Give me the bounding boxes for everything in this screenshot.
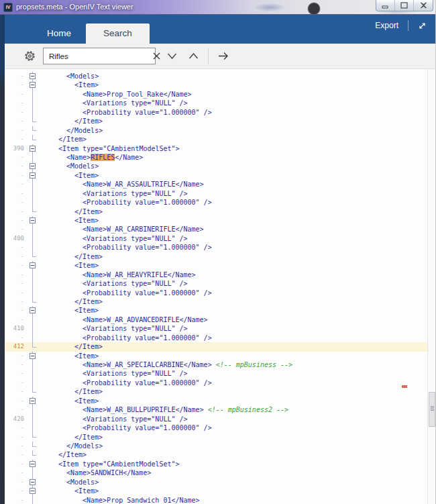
fold-guide xyxy=(28,387,38,396)
fold-toggle-icon[interactable] xyxy=(28,171,38,180)
code-line[interactable]: -<Probability value="1.000000" /> xyxy=(5,289,427,297)
code-line[interactable]: -<Variations type="NULL" /> xyxy=(5,369,427,378)
code-line[interactable]: -</Item> xyxy=(5,207,427,216)
tab-search[interactable]: Search xyxy=(86,23,150,44)
code-line[interactable]: -</Item> xyxy=(5,252,427,261)
code-line[interactable]: -<Name>W_AR_SPECIALCARBINE</Name> <!-- m… xyxy=(5,360,427,369)
vertical-scrollbar[interactable] xyxy=(427,69,436,504)
code-line[interactable]: -</Models> xyxy=(5,126,427,135)
minimize-button[interactable] xyxy=(376,0,395,11)
line-number: - xyxy=(5,405,28,414)
code-line[interactable]: -<Item> xyxy=(5,171,427,180)
code-line[interactable]: -<Name>W_AR_CARBINERIFLE</Name> xyxy=(5,225,427,234)
search-input[interactable] xyxy=(44,52,152,60)
code-line[interactable]: -<Item> xyxy=(5,216,427,225)
code-line[interactable]: -<Variations type="NULL" /> xyxy=(5,279,427,288)
code-line[interactable]: -<Name>W_AR_ASSAULTRIFLE</Name> xyxy=(5,180,427,189)
code-line[interactable]: -<Name>Prop_Tool_Rake</Name> xyxy=(5,90,427,99)
code-line[interactable]: -<Item> xyxy=(5,352,427,360)
fold-guide xyxy=(28,423,38,432)
fold-toggle-icon[interactable] xyxy=(28,460,38,468)
code-line[interactable]: -</Item> xyxy=(5,297,427,306)
code-line[interactable]: -<Name>Prop_Sandwich_01</Name> xyxy=(5,496,427,504)
code-line[interactable]: -<Variations type="NULL" /> xyxy=(5,99,427,107)
fold-guide xyxy=(28,289,38,297)
scrollbar-grip-icon xyxy=(431,406,434,411)
find-previous-button[interactable] xyxy=(182,47,204,66)
code-line[interactable]: -<Name>W_AR_BULLPUPRIFLE</Name> <!-- mpB… xyxy=(5,405,427,414)
fold-toggle-icon[interactable] xyxy=(28,478,38,487)
line-number: 410 xyxy=(5,324,28,333)
code-line[interactable]: -</Models> xyxy=(5,442,427,450)
code-line[interactable]: -<Probability value="1.000000" /> xyxy=(5,108,427,117)
code-line[interactable]: -</Item> xyxy=(5,450,427,459)
code-text: <Probability value="1.000000" /> xyxy=(38,334,212,342)
code-line[interactable]: -</Item> xyxy=(5,387,427,396)
code-line[interactable]: -</Item> xyxy=(5,433,427,442)
maximize-button[interactable] xyxy=(395,0,414,11)
code-line[interactable]: -<Probability value="1.000000" /> xyxy=(5,379,427,387)
search-box xyxy=(43,48,156,64)
line-number: - xyxy=(5,450,28,459)
line-number: - xyxy=(5,117,28,125)
fold-toggle-icon[interactable] xyxy=(28,162,38,170)
code-line[interactable]: -<Item> xyxy=(5,397,427,405)
fold-guide xyxy=(28,270,38,279)
code-line[interactable]: 410<Variations type="NULL" /> xyxy=(5,324,427,333)
code-line[interactable]: -<Probability value="1.000000" /> xyxy=(5,243,427,252)
code-line[interactable]: -<Item> xyxy=(5,487,427,495)
code-line[interactable]: -<Probability value="1.000000" /> xyxy=(5,334,427,342)
code-line[interactable]: -<Models> xyxy=(5,478,427,487)
line-number: - xyxy=(5,315,28,324)
code-line[interactable]: -<Variations type="NULL" /> xyxy=(5,189,427,198)
code-line[interactable]: -<Name>RIFLES</Name> xyxy=(5,153,427,162)
go-to-button[interactable] xyxy=(213,47,234,66)
line-number: - xyxy=(5,198,28,207)
line-number: - xyxy=(5,468,28,477)
code-line[interactable]: 412</Item> xyxy=(5,342,427,351)
fold-guide xyxy=(28,99,38,107)
find-next-button[interactable] xyxy=(161,47,182,66)
code-line[interactable]: -</Item> xyxy=(5,117,427,125)
export-button[interactable]: Export xyxy=(375,21,398,30)
clear-search-button[interactable] xyxy=(152,48,161,64)
fold-toggle-icon[interactable] xyxy=(28,397,38,405)
fold-toggle-icon[interactable] xyxy=(28,144,38,153)
code-line[interactable]: -<Name>W_AR_ADVANCEDRIFLE</Name> xyxy=(5,315,427,324)
fold-guide xyxy=(28,334,38,342)
expand-icon[interactable] xyxy=(418,21,427,30)
code-line[interactable]: 390<Item type="CAmbientModelSet"> xyxy=(5,144,427,153)
fold-toggle-icon[interactable] xyxy=(28,352,38,360)
fold-toggle-icon[interactable] xyxy=(28,216,38,225)
line-number: - xyxy=(5,442,28,450)
code-editor[interactable]: -<Models>-<Item>-<Name>Prop_Tool_Rake</N… xyxy=(5,69,427,504)
code-line[interactable]: -<Item> xyxy=(5,306,427,315)
code-line[interactable]: 400<Variations type="NULL" /> xyxy=(5,234,427,243)
fold-guide xyxy=(28,198,38,207)
code-line[interactable]: -<Item> xyxy=(5,261,427,270)
code-line[interactable]: -<Item> xyxy=(5,81,427,89)
code-text: <Probability value="1.000000" /> xyxy=(38,423,212,432)
tab-home[interactable]: Home xyxy=(32,23,86,44)
search-settings-button[interactable] xyxy=(17,50,42,62)
code-line[interactable]: 420<Variations type="NULL" /> xyxy=(5,415,427,423)
close-button[interactable] xyxy=(414,0,433,11)
code-line[interactable]: -<Models> xyxy=(5,72,427,81)
code-line[interactable]: -<Name>W_AR_HEAVYRIFLE</Name> xyxy=(5,270,427,279)
code-line[interactable]: -<Name>SANDWICH</Name> xyxy=(5,468,427,477)
line-number: - xyxy=(5,487,28,495)
code-line[interactable]: -<Models> xyxy=(5,162,427,170)
fold-guide xyxy=(28,153,38,162)
fold-toggle-icon[interactable] xyxy=(28,487,38,495)
code-line[interactable]: -<Item type="CAmbientModelSet"> xyxy=(5,460,427,468)
fold-toggle-icon[interactable] xyxy=(28,72,38,81)
fold-toggle-icon[interactable] xyxy=(28,261,38,270)
chevron-up-icon xyxy=(188,52,199,60)
fold-toggle-icon[interactable] xyxy=(28,81,38,89)
code-line[interactable]: -<Probability value="1.000000" /> xyxy=(5,423,427,432)
fold-toggle-icon[interactable] xyxy=(28,306,38,315)
code-line[interactable]: -</Item> xyxy=(5,135,427,144)
scrollbar-thumb[interactable] xyxy=(429,392,435,427)
code-text: </Item> xyxy=(38,387,103,396)
code-line[interactable]: -<Probability value="1.000000" /> xyxy=(5,198,427,207)
